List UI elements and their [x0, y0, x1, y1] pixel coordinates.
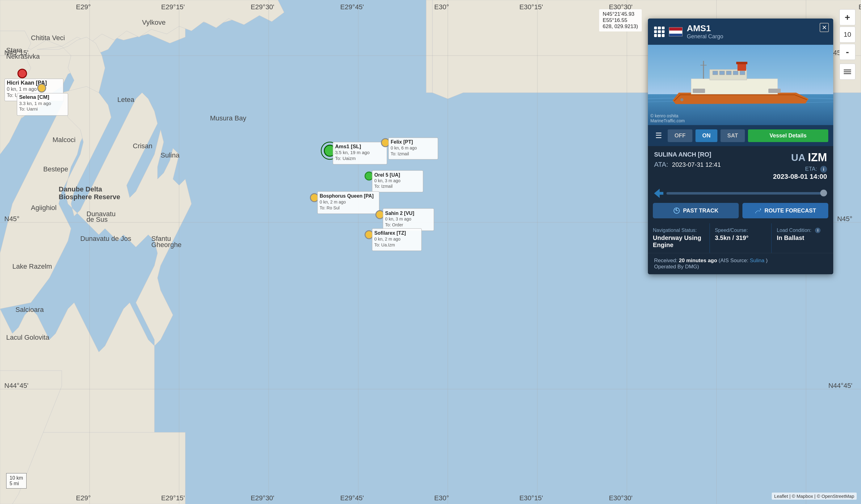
svg-text:To: Uaizm: To: Uaizm	[335, 156, 356, 161]
ais-source-link[interactable]: Sulina	[750, 258, 764, 263]
svg-rect-106	[726, 71, 731, 75]
close-button[interactable]: ✕	[820, 23, 829, 32]
speed-course-cell: Speed/Course: 3.5kn / 319°	[710, 223, 771, 253]
image-credit: © kenro oshitaMarineTraffic.com	[651, 113, 685, 123]
scale-mi: 5 mi	[10, 481, 19, 486]
svg-rect-99	[844, 73, 851, 74]
svg-text:Lacul Golovita: Lacul Golovita	[6, 333, 50, 341]
port-code: IZM	[808, 151, 827, 164]
svg-text:Crisan: Crisan	[133, 142, 153, 150]
timeline-track[interactable]	[667, 192, 827, 194]
off-button[interactable]: OFF	[668, 130, 692, 142]
nav-status-value: Underway Using Engine	[653, 234, 705, 249]
timeline-arrow	[654, 189, 664, 198]
ata-value: 2023-07-31 12:41	[672, 161, 721, 168]
timeline-thumb[interactable]	[820, 190, 827, 196]
svg-text:Lake Razelm: Lake Razelm	[12, 262, 52, 270]
apps-icon[interactable]	[654, 27, 665, 37]
svg-rect-107	[733, 71, 738, 75]
svg-text:N45°: N45°	[4, 215, 19, 223]
svg-text:To: Uarni: To: Uarni	[19, 106, 38, 111]
svg-text:Dunavatu de Jos: Dunavatu de Jos	[80, 235, 131, 242]
svg-text:3.3 kn, 1 m ago: 3.3 kn, 1 m ago	[19, 101, 51, 106]
svg-text:E: E	[859, 3, 861, 11]
scale-km: 10 km	[10, 475, 23, 480]
svg-text:E29°15': E29°15'	[161, 3, 185, 11]
svg-text:Vylkove: Vylkove	[142, 18, 165, 26]
svg-text:N45°: N45°	[837, 215, 852, 223]
svg-text:To: Order: To: Order	[385, 222, 403, 227]
svg-point-87	[376, 210, 384, 219]
svg-text:Orel 5 [UA]: Orel 5 [UA]	[374, 172, 400, 178]
svg-text:Malcoci: Malcoci	[53, 136, 76, 144]
country-code: UA	[791, 152, 805, 163]
svg-text:E29°15': E29°15'	[161, 494, 185, 502]
vessel-type: General Cargo	[687, 33, 827, 40]
svg-text:Chitita Veci: Chitita Veci	[31, 34, 65, 42]
operated-by: Operated By DMG)	[654, 264, 699, 270]
svg-text:E29°: E29°	[76, 494, 91, 502]
svg-point-92	[365, 231, 373, 239]
route-forecast-icon	[754, 207, 761, 214]
svg-text:0 kn, 3 m ago: 0 kn, 3 m ago	[374, 178, 400, 183]
ata-label: ATA:	[654, 161, 668, 168]
svg-text:E30°15': E30°15'	[519, 494, 543, 502]
vessel-image: © kenro oshitaMarineTraffic.com	[648, 45, 833, 125]
panel-controls: ☰ OFF ON SAT Vessel Details	[648, 125, 833, 146]
nav-status-cell: Navigational Status: Underway Using Engi…	[648, 223, 709, 253]
eta-label: ETA:	[805, 166, 817, 172]
svg-text:Musura Bay: Musura Bay	[210, 114, 246, 122]
svg-text:Ams1 [SL]: Ams1 [SL]	[335, 144, 361, 149]
coordinates-display: N45°21'45.93 E55°16.55 628, 029.9213)	[599, 9, 642, 31]
eta-value: 2023-08-01 14:00	[773, 173, 827, 181]
svg-text:E30°15': E30°15'	[519, 3, 543, 11]
vessel-flag	[669, 27, 683, 37]
svg-text:To: Izmail: To: Izmail	[391, 151, 409, 156]
vessel-details-button[interactable]: Vessel Details	[748, 130, 828, 142]
eta-info-icon[interactable]: i	[820, 166, 827, 173]
svg-rect-108	[740, 71, 745, 75]
map-attribution: Leaflet | © Mapbox | © OpenStreetMap	[772, 493, 857, 500]
sat-button[interactable]: SAT	[721, 130, 745, 142]
svg-point-61	[38, 84, 46, 92]
svg-text:Felix [PT]: Felix [PT]	[391, 139, 413, 145]
speed-course-label: Speed/Course:	[715, 228, 766, 233]
speed-course-value: 3.5kn / 319°	[715, 234, 766, 242]
svg-point-72	[381, 139, 390, 147]
vessel-name: AMS1	[687, 24, 827, 33]
svg-text:E29°30': E29°30'	[251, 494, 275, 502]
map-layers-button[interactable]	[839, 64, 856, 80]
panel-destination: SULINA ANCH [RO] ATA: 2023-07-31 12:41 U…	[648, 146, 833, 186]
menu-button[interactable]: ☰	[653, 129, 665, 142]
svg-text:Nekrasivka: Nekrasivka	[6, 53, 40, 60]
svg-text:N44°45': N44°45'	[4, 382, 28, 390]
svg-text:E29°45': E29°45'	[340, 3, 364, 11]
nav-status-label: Navigational Status:	[653, 228, 705, 233]
svg-text:Danube Delta: Danube Delta	[59, 185, 102, 193]
route-forecast-button[interactable]: ROUTE FORECAST	[742, 203, 828, 218]
zoom-out-button[interactable]: -	[839, 44, 856, 60]
past-track-button[interactable]: PAST TRACK	[653, 203, 739, 218]
svg-text:Sahin 2 [VU]: Sahin 2 [VU]	[385, 210, 414, 216]
svg-text:E30°: E30°	[434, 494, 449, 502]
svg-point-82	[310, 194, 318, 202]
received-time: 20 minutes ago	[679, 258, 717, 263]
svg-text:Gheorghe: Gheorghe	[151, 241, 181, 249]
on-button[interactable]: ON	[696, 130, 718, 142]
svg-text:Bosphorus Queen [PA]: Bosphorus Queen [PA]	[320, 193, 374, 199]
svg-text:0 kn, 1 m ago: 0 kn, 1 m ago	[7, 86, 37, 92]
svg-point-77	[365, 172, 373, 180]
svg-text:0 kn, 3 m ago: 0 kn, 3 m ago	[385, 217, 411, 221]
action-buttons: PAST TRACK ROUTE FORECAST	[648, 203, 833, 223]
svg-rect-98	[844, 71, 851, 72]
zoom-in-button[interactable]: +	[839, 9, 856, 25]
svg-rect-97	[844, 69, 851, 70]
vessel-title: AMS1 General Cargo	[687, 24, 827, 40]
load-info-icon[interactable]: i	[815, 228, 821, 233]
load-condition-cell: Load Condition: i In Ballast	[772, 223, 833, 253]
svg-rect-109	[737, 63, 746, 71]
received-label: Received:	[654, 258, 678, 263]
svg-text:E30°: E30°	[434, 3, 449, 11]
svg-rect-110	[736, 62, 747, 64]
svg-text:de Sus: de Sus	[86, 216, 108, 223]
